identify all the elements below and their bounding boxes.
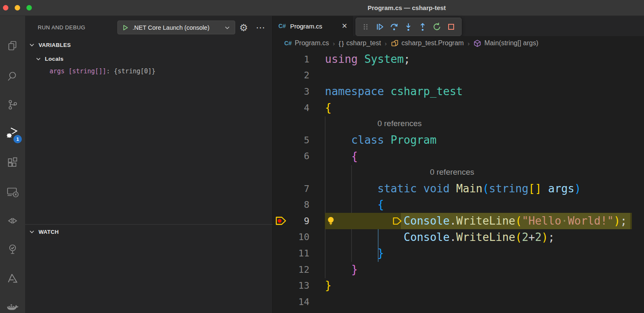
activity-search-button[interactable] (0, 64, 25, 89)
code-editor[interactable]: 1using System;23namespace csharp_test4{0… (273, 50, 644, 313)
step-into-button[interactable] (401, 19, 415, 34)
gutter[interactable]: 9 (273, 213, 325, 229)
gutter[interactable]: 4 (273, 100, 325, 116)
activity-docker-button[interactable] (0, 295, 25, 313)
line-number[interactable]: 12 (299, 261, 310, 278)
line-number[interactable]: 5 (304, 132, 309, 148)
gutter[interactable]: 5 (273, 132, 325, 148)
gutter[interactable]: 1 (273, 51, 325, 67)
locals-tree-item[interactable]: Locals (35, 53, 64, 64)
line-number[interactable]: 4 (304, 100, 309, 116)
line-number[interactable]: 11 (299, 245, 310, 261)
gutter[interactable] (273, 116, 325, 132)
line-number[interactable]: 13 (299, 277, 310, 294)
code-line[interactable]: 11 } (273, 245, 644, 261)
code-line[interactable]: 14 (273, 294, 644, 310)
gutter[interactable]: 2 (273, 67, 325, 84)
stop-button[interactable] (444, 19, 458, 34)
variables-section-header[interactable]: VARIABLES (29, 39, 71, 50)
sidebar-title: RUN AND DEBUG (38, 24, 86, 31)
launch-config-label: .NET Core Launch (console) (132, 24, 224, 31)
codelens-line[interactable]: 0 references (273, 164, 644, 181)
activity-visual-studio-button[interactable] (0, 208, 25, 233)
extensions-icon (6, 156, 19, 169)
lightbulb-icon[interactable] (326, 216, 335, 226)
breadcrumb-label: csharp_test.Program (402, 39, 464, 47)
code-line[interactable]: 12 } (273, 261, 644, 278)
code-line[interactable]: 3namespace csharp_test (273, 83, 644, 100)
breadcrumb-item-csharp[interactable]: C#Program.cs (284, 39, 329, 47)
line-number[interactable]: 8 (304, 197, 309, 213)
line-number[interactable]: 9 (304, 213, 309, 229)
code-text: static void Main(string[] args) (325, 181, 581, 197)
line-number[interactable]: 3 (304, 83, 309, 100)
activity-remote-explorer-button[interactable] (0, 180, 25, 205)
code-text: Console.WriteLine("Hello·World!"); (325, 213, 627, 229)
activity-test-tree-button[interactable] (0, 237, 25, 262)
code-line[interactable]: 2 (273, 67, 644, 84)
views-more-actions-button[interactable]: ⋯ (254, 21, 267, 34)
line-number[interactable]: 6 (304, 148, 309, 165)
breadcrumb-label: Main(string[] args) (484, 39, 538, 47)
code-text: } (325, 261, 358, 278)
gutter[interactable]: 10 (273, 229, 325, 246)
line-number[interactable]: 1 (304, 51, 309, 67)
code-text: { (325, 197, 384, 213)
activity-azure-button[interactable] (0, 266, 25, 291)
activity-extensions-button[interactable] (0, 150, 25, 175)
breadcrumb-item-namespace[interactable]: { }csharp_test (339, 39, 381, 47)
code-line[interactable]: 5 class Program (273, 132, 644, 148)
breadcrumb-label: csharp_test (346, 39, 381, 47)
tab-program-cs[interactable]: C# Program.cs × (273, 16, 353, 36)
code-line[interactable]: 10 Console.WriteLine(2+2); (273, 229, 644, 246)
titlebar: Program.cs — csharp-test (0, 0, 644, 16)
gutter[interactable]: 7 (273, 181, 325, 197)
watch-label: WATCH (39, 229, 59, 235)
debug-settings-button[interactable]: ⚙ (237, 21, 250, 34)
macos-minimize-button[interactable] (15, 5, 20, 10)
variable-args-row[interactable]: args [string[]]: {string[0]} (49, 66, 156, 76)
gutter[interactable]: 8 (273, 197, 325, 213)
macos-close-button[interactable] (3, 5, 8, 10)
gutter[interactable] (273, 164, 325, 181)
code-line[interactable]: 6 { (273, 148, 644, 165)
line-number[interactable]: 2 (304, 67, 309, 84)
restart-button[interactable] (430, 19, 444, 34)
close-icon[interactable]: × (342, 22, 347, 30)
step-over-button[interactable] (387, 19, 401, 34)
step-over-icon (390, 22, 399, 31)
continue-button[interactable] (373, 19, 387, 34)
gutter[interactable]: 3 (273, 83, 325, 100)
code-line[interactable]: 1using System; (273, 51, 644, 67)
code-text: using System; (325, 51, 410, 67)
variable-separator: : (106, 67, 114, 75)
activity-explorer-button[interactable] (0, 34, 25, 59)
activity-bar: 1 (0, 16, 25, 313)
code-line[interactable]: 7 static void Main(string[] args) (273, 181, 644, 197)
gutter[interactable]: 13 (273, 277, 325, 294)
breadcrumb-item-method[interactable]: Main(string[] args) (473, 39, 538, 47)
codelens-line[interactable]: 0 references (273, 116, 644, 132)
line-number[interactable]: 14 (299, 294, 310, 310)
activity-source-control-button[interactable] (0, 92, 25, 117)
step-out-button[interactable] (415, 19, 430, 34)
line-number[interactable]: 10 (299, 229, 310, 246)
chevron-down-icon (224, 24, 231, 31)
gutter[interactable]: 11 (273, 245, 325, 261)
gutter[interactable]: 12 (273, 261, 325, 278)
activity-run-debug-button[interactable]: 1 (0, 121, 25, 146)
macos-zoom-button[interactable] (26, 5, 32, 10)
gutter[interactable]: 14 (273, 294, 325, 310)
code-line[interactable]: 13} (273, 277, 644, 294)
code-line[interactable]: 9 Console.WriteLine("Hello·World!"); (273, 213, 644, 229)
code-line[interactable]: 4{ (273, 100, 644, 116)
gear-icon: ⚙ (239, 22, 248, 34)
watch-section-header[interactable]: WATCH (29, 226, 59, 237)
gutter[interactable]: 6 (273, 148, 325, 165)
line-number[interactable]: 7 (304, 181, 309, 197)
launch-config-dropdown[interactable]: .NET Core Launch (console) (117, 21, 235, 34)
csharp-file-icon: C# (278, 23, 286, 29)
breadcrumb-item-class[interactable]: csharp_test.Program (391, 39, 464, 47)
toolbar-drag-handle[interactable] (358, 19, 373, 34)
code-line[interactable]: 8 { (273, 197, 644, 213)
